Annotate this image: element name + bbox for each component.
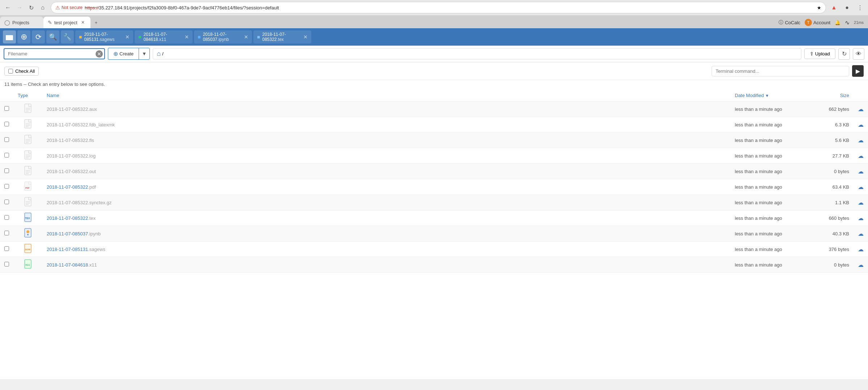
row-checkbox-10[interactable] — [4, 246, 9, 251]
download-icon[interactable]: ☁ — [858, 246, 864, 252]
row-name-cell: 2018-11-07-085322.log — [42, 148, 730, 164]
history-button[interactable]: ⟳ — [32, 30, 45, 43]
open-file-tab-tex[interactable]: ■ 2018-11-07-085322.tex ✕ — [253, 30, 311, 43]
file-type-icon — [24, 151, 32, 159]
row-checkbox-11[interactable] — [4, 262, 9, 267]
path-bar: ⌂ / — [153, 48, 801, 59]
close-tex-tab[interactable]: ✕ — [303, 34, 308, 40]
download-icon[interactable]: ☁ — [858, 215, 864, 221]
account-button[interactable]: T Account — [805, 19, 830, 26]
check-all-row: Check All ▶ — [0, 62, 868, 80]
file-name-link[interactable]: 2018-11-07-085131 — [47, 247, 88, 252]
row-checkbox-4[interactable] — [4, 153, 9, 158]
row-date-cell: less than a minute ago — [730, 210, 810, 226]
open-file-tab-x11[interactable]: ■ 2018-11-07-084618.x11 ✕ — [135, 30, 193, 43]
clear-filename-button[interactable]: ✕ — [96, 50, 103, 58]
row-checkbox-3[interactable] — [4, 137, 9, 142]
menu-button[interactable]: ⋮ — [855, 3, 865, 13]
folder-open-icon — [5, 33, 13, 41]
row-checkbox-2[interactable] — [4, 122, 9, 126]
close-x11-tab[interactable]: ✕ — [185, 34, 189, 40]
header-date-modified[interactable]: Date Modified ▼ — [730, 90, 810, 101]
download-icon[interactable]: ☁ — [858, 106, 864, 112]
file-type-icon — [24, 104, 32, 113]
table-header-row: Type Name Date Modified ▼ Size — [0, 90, 868, 101]
forward-button[interactable]: → — [14, 3, 25, 13]
file-name-link[interactable]: 2018-11-07-085322 — [47, 184, 88, 190]
row-name-cell: 2018-11-07-085322.synctex.gz — [42, 195, 730, 210]
extensions-button[interactable]: ▲ — [829, 3, 839, 13]
upload-button[interactable]: ⇧ Upload — [804, 49, 835, 59]
bookmark-icon[interactable]: ★ — [817, 5, 821, 11]
row-checkbox-9[interactable] — [4, 231, 9, 235]
check-all-checkbox[interactable] — [8, 69, 13, 74]
new-tab-button[interactable]: + — [90, 17, 102, 28]
run-terminal-button[interactable]: ▶ — [852, 65, 864, 77]
terminal-input[interactable] — [712, 66, 849, 76]
open-file-tab-ipynb[interactable]: ■ 2018-11-07-085037.ipynb ✕ — [194, 30, 252, 43]
row-checkbox-cell — [0, 117, 13, 133]
table-row: TEX 2018-11-07-085322.tex less than a mi… — [0, 210, 868, 226]
browser-toolbar: ← → ↻ ⌂ ⚠ Not secure https://35.227.184.… — [0, 0, 868, 15]
row-checkbox-5[interactable] — [4, 168, 9, 173]
download-icon[interactable]: ☁ — [858, 137, 864, 143]
download-icon[interactable]: ☁ — [858, 200, 864, 206]
profile-button[interactable]: ● — [842, 3, 852, 13]
filename-input[interactable] — [4, 48, 105, 59]
back-button[interactable]: ← — [3, 3, 13, 13]
x11-file-icon: ■ — [138, 34, 141, 40]
browser-tab-test-project[interactable]: ✎ test project ✕ — [43, 17, 90, 28]
download-icon[interactable]: ☁ — [858, 122, 864, 128]
toggle-hidden-button[interactable]: 👁 — [853, 48, 864, 60]
filename-input-wrap: ✕ — [4, 48, 105, 59]
row-name-cell: 2018-11-07-085322.aux — [42, 101, 730, 117]
notifications-button[interactable]: 🔔 — [835, 20, 840, 25]
download-icon[interactable]: ☁ — [858, 168, 864, 175]
home-path-icon[interactable]: ⌂ — [157, 50, 161, 58]
row-checkbox-7[interactable] — [4, 200, 9, 204]
new-file-button[interactable]: ⊕ — [17, 30, 30, 43]
reload-button[interactable]: ↻ — [26, 3, 36, 13]
open-files-button[interactable] — [3, 30, 16, 43]
row-checkbox-1[interactable] — [4, 106, 9, 111]
close-ipynb-tab[interactable]: ✕ — [244, 34, 248, 40]
ipynb-file-icon: ■ — [198, 34, 201, 40]
search-button[interactable]: 🔍 — [46, 30, 59, 43]
table-row: 2018-11-07-085322.fls less than a minute… — [0, 133, 868, 148]
bell-icon: 🔔 — [835, 20, 840, 25]
file-name-link[interactable]: 2018-11-07-085322 — [47, 215, 88, 221]
download-icon[interactable]: ☁ — [858, 153, 864, 159]
plus-circle-icon: ⊕ — [21, 32, 27, 42]
file-name-link[interactable]: 2018-11-07-084618 — [47, 262, 88, 268]
browser-tab-projects[interactable]: ◯ Projects — [0, 17, 43, 28]
create-button[interactable]: ⊕ Create — [108, 48, 139, 60]
refresh-button[interactable]: ↻ — [838, 48, 850, 60]
open-file-tab-sagews[interactable]: ■ 2018-11-07-085131.sagews ✕ — [75, 30, 133, 43]
file-list-container[interactable]: Type Name Date Modified ▼ Size 2018-11-0… — [0, 90, 868, 379]
close-sagews-tab[interactable]: ✕ — [125, 34, 130, 40]
check-all-button[interactable]: Check All — [4, 67, 39, 76]
header-name[interactable]: Name — [42, 90, 730, 101]
home-button[interactable]: ⌂ — [38, 3, 48, 13]
download-icon[interactable]: ☁ — [858, 231, 864, 237]
download-icon[interactable]: ☁ — [858, 184, 864, 190]
create-button-group: ⊕ Create ▼ — [108, 48, 150, 60]
row-size-cell: 27.7 KB — [810, 148, 854, 164]
row-checkbox-8[interactable] — [4, 215, 9, 220]
create-dropdown-button[interactable]: ▼ — [139, 48, 150, 60]
row-checkbox-6[interactable] — [4, 184, 9, 189]
header-type[interactable]: Type — [13, 90, 42, 101]
projects-tab-icon: ◯ — [4, 20, 10, 25]
projects-tab-label: Projects — [12, 20, 29, 25]
row-size-cell: 63.4 KB — [810, 179, 854, 195]
file-name-link[interactable]: 2018-11-07-085037 — [47, 231, 88, 236]
address-bar[interactable]: ⚠ Not secure https://35.227.184.91/proje… — [51, 2, 826, 13]
settings-button[interactable]: 🔧 — [61, 30, 74, 43]
cocalc-button[interactable]: ⓘ CoCalc — [779, 19, 800, 26]
header-size[interactable]: Size — [810, 90, 854, 101]
row-name-cell: 2018-11-07-085322.pdf — [42, 179, 730, 195]
row-type-cell: X11 — [13, 257, 42, 273]
download-icon[interactable]: ☁ — [858, 262, 864, 268]
close-test-project-tab[interactable]: ✕ — [80, 19, 86, 26]
ping-value: 21ms — [854, 20, 864, 25]
